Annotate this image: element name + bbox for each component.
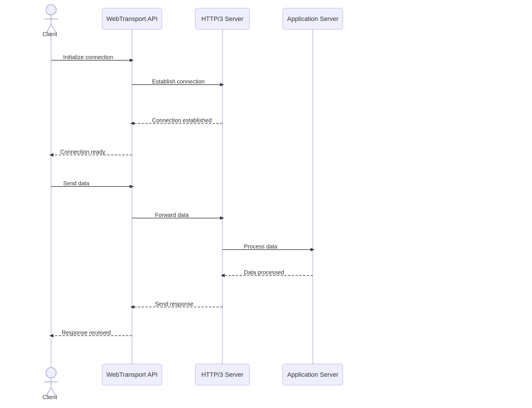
appserver-box-bottom: Application Server (283, 364, 343, 385)
svg-marker-17 (310, 248, 314, 251)
svg-marker-15 (220, 216, 224, 220)
svg-marker-23 (49, 334, 53, 337)
svg-marker-11 (49, 153, 53, 157)
msg10-label: Response received (62, 329, 111, 336)
svg-marker-21 (130, 305, 134, 309)
svg-marker-9 (130, 122, 134, 125)
webtransport-api-box-bottom: WebTransport API (102, 364, 162, 385)
msg8-label: Data processed (244, 269, 284, 276)
msg9-label: Send response (155, 301, 194, 307)
msg5-label: Send data (63, 180, 89, 187)
msg1-label: Initialize connection (63, 54, 113, 61)
msg3-label: Connection established (152, 117, 212, 124)
http3-server-box-bottom: HTTP/3 Server (195, 364, 250, 385)
arrows-svg (0, 0, 532, 408)
appserver-box-top: Application Server (283, 8, 343, 30)
msg2-label: Establish connection (152, 78, 205, 85)
client-head-top (46, 4, 57, 15)
svg-marker-7 (220, 83, 224, 86)
http3-server-box-top: HTTP/3 Server (195, 8, 250, 30)
webtransport-api-box-top: WebTransport API (102, 8, 162, 30)
svg-marker-13 (130, 185, 134, 188)
msg7-label: Process data (244, 243, 277, 250)
msg4-label: Connection ready (60, 149, 105, 155)
client-label-bottom: Client (42, 394, 57, 401)
svg-marker-5 (130, 59, 134, 62)
sequence-diagram: WebTransport API HTTP/3 Server Applicati… (0, 0, 532, 408)
svg-marker-19 (221, 274, 225, 277)
client-label-top: Client (42, 31, 57, 38)
client-head-bottom (46, 367, 57, 378)
msg6-label: Forward data (155, 212, 189, 218)
